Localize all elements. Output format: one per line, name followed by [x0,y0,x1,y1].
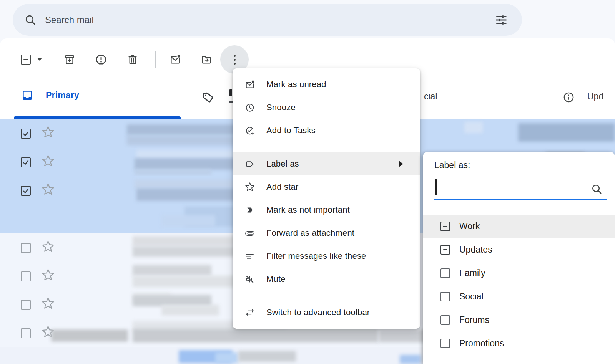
report-spam-button[interactable] [95,54,107,65]
mark-unread-button[interactable] [170,54,181,65]
search-icon[interactable] [24,14,37,26]
redacted-text-block [238,351,296,362]
menu-item-add-to-tasks[interactable]: Add to Tasks [233,119,420,142]
menu-item-filter-messages[interactable]: Filter messages like these [233,245,420,268]
search-icon [591,183,603,197]
row-checkbox[interactable] [21,243,31,253]
submenu-divider [423,361,615,361]
menu-item-label-as[interactable]: Label as [233,152,420,175]
label-option-text: Work [459,221,480,232]
label-as-submenu: Label as: Work Updates Family Social For… [423,152,615,364]
select-all-checkbox[interactable] [21,55,31,65]
label-search-underline [434,199,607,200]
info-icon[interactable] [563,91,575,105]
checkbox-indeterminate[interactable] [440,245,450,255]
redacted-text-block [518,123,615,142]
tab-primary-label: Primary [46,90,79,101]
redacted-text-block [135,158,238,170]
attachment-icon [245,228,255,238]
redacted-text-block [133,265,211,276]
redacted-text-block [133,329,379,342]
menu-item-label: Label as [266,159,299,169]
swap-arrows-icon [245,308,255,318]
label-search-input[interactable] [435,179,589,195]
menu-item-mute[interactable]: Mute [233,268,420,291]
row-checkbox-checked[interactable] [21,186,31,196]
star-icon[interactable] [42,297,55,311]
label-icon [245,159,255,169]
redacted-text-block [51,329,128,342]
redacted-text-block [161,215,215,227]
menu-item-switch-toolbar[interactable]: Switch to advanced toolbar [233,301,420,324]
redacted-text-block [464,122,483,133]
inbox-icon [21,89,33,101]
move-to-button[interactable] [201,54,212,65]
not-important-icon [245,205,255,215]
tab-updates-label-fragment[interactable]: Upd [587,91,603,102]
tab-social-label-fragment[interactable]: cial [424,91,437,102]
tab-primary[interactable]: Primary [21,89,79,101]
promotions-tag-icon[interactable] [201,91,215,106]
label-as-title: Label as: [434,160,470,170]
toolbar-divider [155,51,156,68]
menu-item-label: Mark as not important [266,205,350,215]
row-checkbox[interactable] [21,271,31,281]
checkbox-unchecked[interactable] [440,268,450,278]
label-option-promotions[interactable]: Promotions [423,332,615,355]
submenu-arrow-icon [399,161,403,167]
menu-item-forward-as-attachment[interactable]: Forward as attachment [233,222,420,245]
menu-item-label: Forward as attachment [266,228,354,238]
row-checkbox[interactable] [21,328,31,338]
label-option-text: Family [459,268,485,278]
search-bar[interactable]: Search mail [13,4,522,36]
delete-button[interactable] [127,54,138,65]
menu-item-label: Mute [266,274,286,284]
checkbox-unchecked[interactable] [440,315,450,325]
menu-divider [233,296,420,296]
gmail-app: Search mail [0,0,615,364]
redacted-text-block [133,276,240,287]
label-option-text: Forums [459,315,489,325]
row-checkbox-checked[interactable] [21,157,31,167]
label-option-social[interactable]: Social [423,285,615,308]
label-option-updates[interactable]: Updates [423,238,615,261]
filter-icon [245,251,255,261]
menu-item-label: Add to Tasks [266,126,316,136]
snooze-icon [245,103,255,113]
star-icon[interactable] [42,268,55,283]
menu-item-label: Snooze [266,103,296,113]
menu-item-label: Filter messages like these [266,251,366,261]
star-icon[interactable] [42,183,55,197]
promotions-tab-text-fragment [229,89,232,96]
menu-divider [233,147,420,147]
checkbox-unchecked[interactable] [440,292,450,301]
row-checkbox-checked[interactable] [21,129,31,139]
menu-item-snooze[interactable]: Snooze [233,96,420,119]
label-option-forums[interactable]: Forums [423,308,615,332]
select-dropdown-caret[interactable] [37,58,42,61]
checkbox-indeterminate[interactable] [440,222,450,231]
search-filters-icon[interactable] [495,14,507,26]
label-option-text: Promotions [459,338,504,349]
redacted-text-block [400,355,421,364]
menu-item-mark-not-important[interactable]: Mark as not important [233,199,420,222]
star-icon[interactable] [42,154,55,169]
star-icon [245,182,255,192]
menu-item-mark-as-unread[interactable]: Mark as unread [233,73,420,96]
label-option-text: Updates [459,245,492,255]
label-option-family[interactable]: Family [423,261,615,285]
redacted-text-block [215,352,238,363]
archive-button[interactable] [64,54,75,65]
checkbox-unchecked[interactable] [440,339,450,348]
search-input[interactable]: Search mail [45,15,94,25]
mute-icon [245,274,255,285]
menu-item-label: Add star [266,182,299,192]
menu-item-label: Switch to advanced toolbar [266,308,370,318]
star-icon[interactable] [42,240,55,255]
redacted-text-block [135,169,211,175]
star-icon[interactable] [42,126,55,140]
row-checkbox[interactable] [21,300,31,310]
menu-item-add-star[interactable]: Add star [233,175,420,199]
label-option-work[interactable]: Work [423,215,615,238]
mark-unread-icon [245,79,255,90]
